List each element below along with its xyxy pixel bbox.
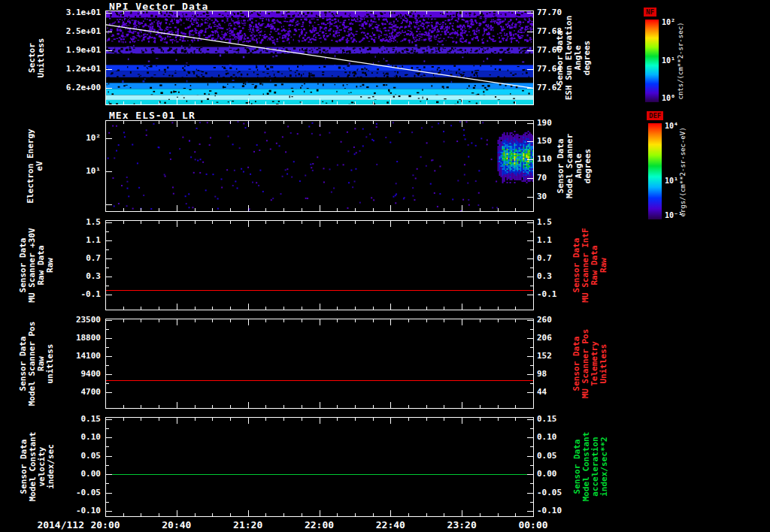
y-tick-label-left: 1.2e+01: [42, 65, 101, 74]
y-tick-label-right: 77.68: [537, 27, 590, 36]
nf-colorbar-units-label: cnts/(cm**2-sr-sec): [677, 12, 684, 110]
els-spectrogram-canvas: [105, 120, 534, 212]
def-colorbar-tick-label: 10⁴: [665, 122, 678, 130]
y-tick-label-left: 18800: [42, 334, 101, 343]
y-tick-label-left: 3.1e+01: [42, 8, 101, 17]
y-tick-label-left: 9400: [42, 370, 101, 379]
def-colorbar-tick-label: 10¹: [665, 177, 678, 185]
y-tick-label-left: 0.3: [42, 272, 101, 281]
def-colorbar-tick-label: 10⁻¹: [665, 211, 683, 219]
y-tick-label-left: 10¹: [42, 167, 101, 176]
y-tick-label-right: 0.10: [537, 433, 590, 442]
y-tick-label-left: 10²: [42, 134, 101, 143]
y-tick-label-right: 190: [537, 119, 590, 128]
y-tick-label-right: 0.05: [537, 452, 590, 461]
y-tick-label-right: 77.66: [537, 46, 590, 55]
y-tick-label-right: 77.70: [537, 8, 590, 17]
y-tick-label-right: 0.3: [537, 272, 590, 281]
y-tick-label-right: 152: [537, 352, 590, 361]
y-tick-label-left: 0.7: [42, 254, 101, 263]
nf-colorbar-tick-label: 10¹: [662, 56, 675, 65]
y-tick-label-left: 0.05: [42, 452, 101, 461]
def-colorbar-units-label: ergs/(cm**2-sr-sec-eV): [679, 123, 687, 221]
y-tick-label-left: 6.2e+00: [42, 83, 101, 92]
y-tick-label-right: 110: [537, 155, 590, 164]
y-tick-label-right: 30: [537, 192, 590, 201]
x-axis-date-label: 2014/112: [20, 519, 84, 530]
y-tick-label-right: 0.00: [537, 470, 590, 479]
def-colorbar: [648, 123, 662, 219]
y-tick-label-right: 1.5: [537, 218, 590, 227]
x-tick-label: 00:00: [507, 519, 559, 530]
y-tick-label-left: 14100: [42, 352, 101, 361]
y-tick-label-right: 77.62: [537, 83, 590, 92]
y-tick-label-left: -0.10: [42, 506, 101, 515]
y-tick-label-left: -0.05: [42, 488, 101, 497]
x-tick-label: 22:40: [364, 519, 417, 530]
y-tick-label-right: 0.15: [537, 415, 590, 424]
nf-colorbar-tick-label: 10²: [662, 18, 675, 26]
y-tick-label-right: 98: [537, 370, 590, 379]
y-tick-label-left: 0.10: [42, 433, 101, 442]
def-colorbar-title: DEF: [647, 111, 663, 120]
y-tick-label-right: 1.1: [537, 236, 590, 245]
y-tick-label-right: -0.1: [537, 290, 590, 299]
model-scanner-pos-line-canvas: [105, 319, 534, 409]
x-tick-label: 22:00: [293, 519, 346, 530]
y-tick-label-left: 0.00: [42, 470, 101, 479]
panel-model-constant: [105, 417, 534, 517]
x-tick-label: 20:40: [150, 519, 203, 530]
x-tick-label: 21:20: [222, 519, 274, 530]
nf-colorbar-tick-label: 10⁰: [662, 94, 675, 102]
y-tick-label-left: 2.5e+01: [42, 27, 101, 36]
y-tick-label-right: 70: [537, 174, 590, 183]
panel-model-scanner-pos: [105, 319, 534, 409]
y-tick-label-right: -0.05: [537, 488, 590, 497]
y-tick-label-left: -0.1: [42, 290, 101, 299]
panel-npi: [105, 11, 534, 105]
y-tick-label-right: 206: [537, 334, 590, 343]
x-tick-label: 20:00: [79, 519, 132, 530]
model-left-axis-label: Sensor Data Model Constant velocity inde…: [20, 417, 56, 517]
y-tick-label-right: 0.7: [537, 254, 590, 263]
y-tick-label-left: 4700: [42, 388, 101, 397]
panel-title-els: MEx ELS-01 LR: [109, 110, 196, 121]
y-tick-label-right: 150: [537, 137, 590, 146]
y-tick-label-left: 1.9e+01: [42, 46, 101, 55]
y-tick-label-right: -0.10: [537, 506, 590, 515]
tplot-display: NPI Vector Data MEx ELS-01 LR Sector Uni…: [0, 0, 770, 532]
y-tick-label-left: 0.15: [42, 415, 101, 424]
model-right-axis-label: Sensor Data Model Constant acceleration …: [573, 417, 609, 517]
panel-mu-scanner-30v: [105, 220, 534, 310]
y-tick-label-right: 44: [537, 388, 590, 397]
npi-spectrogram-canvas: [105, 11, 534, 105]
y-tick-label-right: 77.64: [537, 65, 590, 74]
y-tick-label-left: 23500: [42, 316, 101, 325]
y-tick-label-left: 1.1: [42, 236, 101, 245]
model-constant-line-canvas: [105, 417, 534, 517]
y-tick-label-right: 260: [537, 316, 590, 325]
panel-els: [105, 120, 534, 212]
y-tick-label-left: 1.5: [42, 218, 101, 227]
x-tick-label: 23:20: [435, 519, 488, 530]
nf-colorbar: [645, 20, 659, 102]
nf-colorbar-title: NF: [644, 8, 656, 17]
mu-scanner-30v-line-canvas: [105, 220, 534, 310]
